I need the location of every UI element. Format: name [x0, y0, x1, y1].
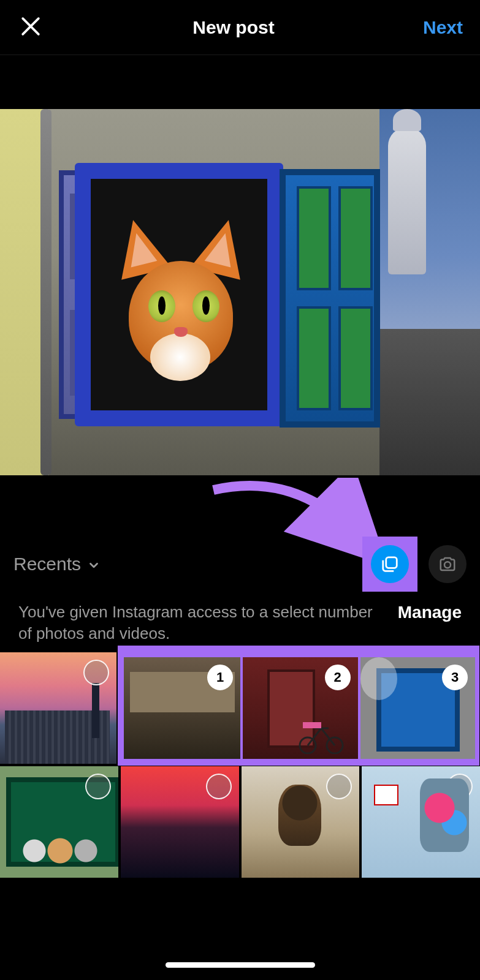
photo-thumbnail[interactable]: 3 [360, 657, 476, 759]
selection-indicator[interactable] [206, 774, 232, 799]
photo-thumbnail[interactable]: 1 [124, 657, 240, 759]
chevron-down-icon [87, 559, 101, 572]
camera-button[interactable] [429, 545, 467, 583]
photo-thumbnail[interactable] [362, 766, 480, 878]
limited-access-row: You've given Instagram access to a selec… [0, 601, 480, 644]
selection-indicator[interactable]: 3 [442, 665, 468, 690]
multiselect-icon [381, 555, 399, 573]
photo-thumbnail[interactable]: 2 [243, 657, 358, 759]
multiselect-button[interactable] [371, 545, 409, 583]
photo-grid: 1 2 3 [0, 652, 480, 878]
annotation-highlight-multiselect [362, 537, 417, 592]
page-title: New post [44, 17, 423, 38]
selection-indicator[interactable] [326, 774, 352, 799]
selection-indicator[interactable] [83, 660, 109, 685]
photo-thumbnail[interactable] [121, 766, 239, 878]
selection-indicator[interactable] [85, 774, 111, 799]
selection-indicator[interactable] [447, 774, 473, 799]
photo-thumbnail[interactable] [242, 766, 360, 878]
album-selector[interactable]: Recents [13, 554, 81, 575]
photo-thumbnail[interactable] [0, 652, 116, 764]
selection-indicator[interactable]: 2 [325, 665, 351, 690]
close-button[interactable] [17, 13, 44, 42]
album-selector-row: Recents [0, 537, 480, 592]
photo-preview[interactable] [0, 109, 480, 475]
svg-rect-6 [303, 722, 321, 728]
photo-thumbnail[interactable] [0, 766, 118, 878]
svg-point-3 [444, 562, 451, 568]
camera-icon [438, 555, 457, 573]
preview-image [0, 109, 480, 475]
header-bar: New post Next [0, 0, 480, 55]
grid-row [0, 766, 480, 878]
grid-row: 1 2 3 [0, 652, 480, 764]
manage-button[interactable]: Manage [398, 603, 462, 622]
selection-indicator[interactable]: 1 [207, 665, 233, 690]
next-button[interactable]: Next [423, 17, 463, 38]
limited-access-message: You've given Instagram access to a selec… [18, 601, 386, 644]
svg-rect-2 [386, 557, 397, 568]
close-icon [17, 13, 44, 40]
home-indicator[interactable] [166, 962, 315, 968]
